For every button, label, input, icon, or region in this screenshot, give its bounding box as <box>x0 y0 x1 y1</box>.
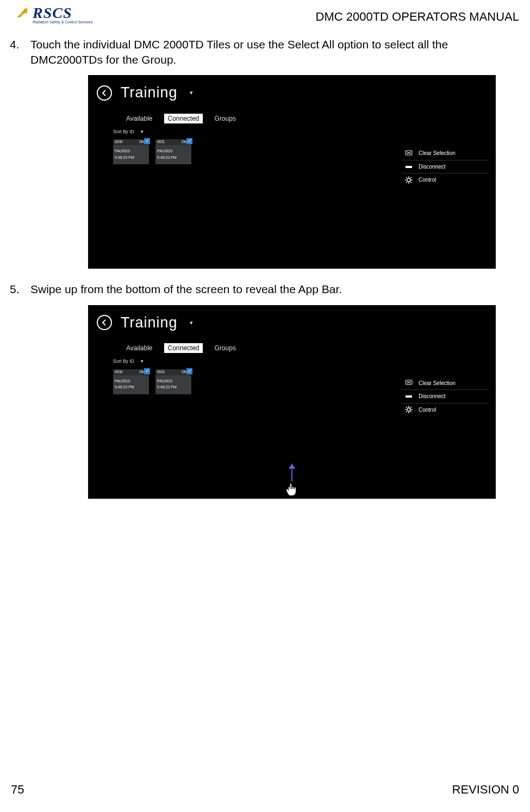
tile-status: PAUSED <box>113 375 149 385</box>
tab-available[interactable]: Available <box>126 114 152 123</box>
page-number: 75 <box>11 782 24 798</box>
svg-rect-2 <box>406 166 412 168</box>
menu-label: Clear Selection <box>419 380 456 387</box>
chevron-down-icon: ▾ <box>141 358 144 364</box>
tab-connected[interactable]: Connected <box>164 114 202 123</box>
sort-label: Sort By ID <box>113 358 134 364</box>
logo-sub: Radiation Safety & Control Services <box>33 21 92 24</box>
disconnect-button[interactable]: Disconnect <box>401 160 488 174</box>
back-icon[interactable] <box>97 315 112 330</box>
tile-id: 0031 <box>157 140 165 145</box>
svg-line-8 <box>406 177 407 178</box>
side-menu: Clear Selection Disconnect <box>401 377 488 417</box>
disconnect-icon <box>404 164 413 170</box>
screenshot-2: Training ▾ Available Connected Groups So… <box>88 305 496 499</box>
tile-time: 5:48:23 PM <box>113 155 149 161</box>
menu-label: Control <box>419 176 436 184</box>
step-list: Touch the individual DMC 2000TD Tiles or… <box>10 37 520 499</box>
tab-groups[interactable]: Groups <box>215 344 236 352</box>
tabs: Available Connected Groups <box>126 114 487 123</box>
gear-icon <box>404 177 413 183</box>
svg-line-10 <box>410 177 411 178</box>
tabs: Available Connected Groups <box>126 343 487 353</box>
check-icon: ✓ <box>186 138 192 144</box>
sort-label: Sort By ID <box>113 129 134 135</box>
swipe-up-gesture-icon <box>285 463 299 497</box>
device-tile[interactable]: 0031 DMC ✓ PAUSED 5:48:23 PM <box>155 369 191 394</box>
screenshot-1-wrap: Training ▾ Available Connected Groups So… <box>88 75 520 269</box>
screen-title: Training <box>121 83 178 102</box>
logo-text: RSCS Radiation Safety & Control Services <box>33 5 92 24</box>
svg-line-20 <box>410 411 411 412</box>
page-footer: 75 REVISION 0 <box>0 782 530 798</box>
sort-row[interactable]: Sort By ID ▾ <box>113 129 487 135</box>
svg-line-11 <box>406 182 407 183</box>
doc-title: DMC 2000TD OPERATORS MANUAL <box>316 9 520 25</box>
side-menu: Clear Selection Disconnect <box>401 147 488 187</box>
clear-icon <box>404 380 413 386</box>
tile-time: 5:48:23 PM <box>113 385 149 390</box>
logo-main: RSCS <box>33 5 92 21</box>
gear-icon <box>404 406 413 413</box>
tab-connected[interactable]: Connected <box>164 343 202 353</box>
logo: RSCS Radiation Safety & Control Services <box>15 5 92 24</box>
svg-rect-13 <box>406 395 412 398</box>
check-icon: ✓ <box>186 368 192 374</box>
control-button[interactable]: Control <box>401 173 488 187</box>
menu-label: Control <box>419 406 436 414</box>
tile-id: 0031 <box>157 370 165 375</box>
check-icon: ✓ <box>144 138 150 144</box>
screenshot-2-wrap: Training ▾ Available Connected Groups So… <box>88 305 520 499</box>
svg-line-19 <box>406 407 407 408</box>
step-text: Swipe up from the bottom of the screen t… <box>30 283 342 295</box>
step-4: Touch the individual DMC 2000TD Tiles or… <box>10 37 520 269</box>
device-tile[interactable]: 0030 DMC ✓ PAUSED 5:48:23 PM <box>113 369 149 394</box>
chevron-down-icon: ▾ <box>141 129 144 135</box>
page-header: RSCS Radiation Safety & Control Services… <box>0 0 530 25</box>
clear-icon <box>404 150 413 157</box>
svg-line-9 <box>410 182 411 183</box>
tile-time: 5:48:23 PM <box>155 385 191 390</box>
disconnect-icon <box>404 393 413 400</box>
control-button[interactable]: Control <box>401 404 488 417</box>
tab-available[interactable]: Available <box>126 344 152 352</box>
clear-selection-button[interactable]: Clear Selection <box>401 147 488 160</box>
content: Touch the individual DMC 2000TD Tiles or… <box>0 25 530 499</box>
tile-status: PAUSED <box>113 145 149 154</box>
menu-label: Clear Selection <box>419 150 456 157</box>
check-icon: ✓ <box>144 368 150 374</box>
clear-selection-button[interactable]: Clear Selection <box>401 377 488 390</box>
tile-status: PAUSED <box>155 375 191 385</box>
svg-point-14 <box>407 408 410 411</box>
tile-status: PAUSED <box>155 145 191 154</box>
tile-id: 0030 <box>115 140 122 145</box>
step-text: Touch the individual DMC 2000TD Tiles or… <box>30 38 448 66</box>
sort-row[interactable]: Sort By ID ▾ <box>113 358 487 364</box>
svg-line-21 <box>410 407 411 408</box>
device-tile[interactable]: 0030 DMC ✓ PAUSED 5:48:23 PM <box>113 139 149 164</box>
chevron-down-icon[interactable]: ▾ <box>190 89 193 97</box>
screen-title: Training <box>121 313 178 332</box>
disconnect-button[interactable]: Disconnect <box>401 390 488 404</box>
tile-id: 0030 <box>115 370 122 375</box>
tile-time: 5:48:23 PM <box>155 155 191 161</box>
menu-label: Disconnect <box>419 393 445 400</box>
screenshot-1: Training ▾ Available Connected Groups So… <box>88 75 496 269</box>
menu-label: Disconnect <box>419 163 445 171</box>
svg-line-22 <box>406 411 407 412</box>
back-icon[interactable] <box>97 85 112 101</box>
chevron-down-icon[interactable]: ▾ <box>190 319 193 327</box>
device-tile[interactable]: 0031 DMC ✓ PAUSED 5:48:23 PM <box>155 139 191 164</box>
revision-label: REVISION 0 <box>452 782 519 798</box>
step-5: Swipe up from the bottom of the screen t… <box>10 282 520 498</box>
tab-groups[interactable]: Groups <box>215 114 236 123</box>
svg-point-3 <box>407 178 410 182</box>
logo-mark-icon <box>15 5 30 21</box>
